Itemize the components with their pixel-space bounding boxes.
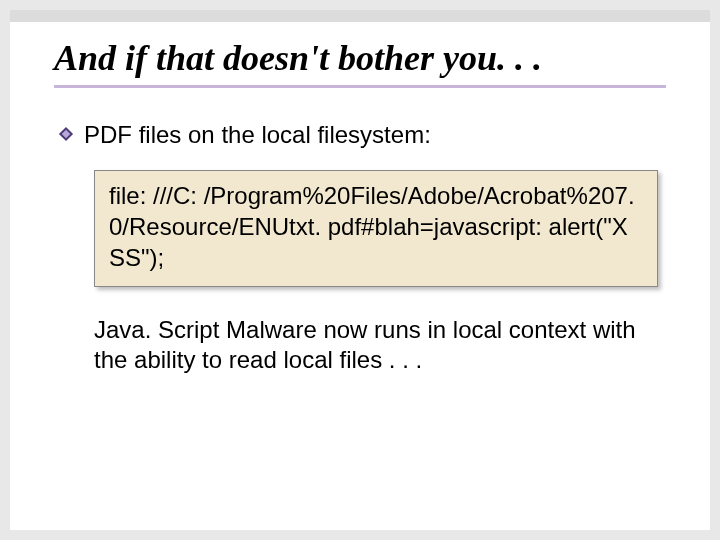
code-block: file: ///C: /Program%20Files/Adobe/Acrob… <box>94 170 658 286</box>
bullet-item: PDF files on the local filesystem: <box>58 120 666 150</box>
diamond-bullet-icon <box>58 126 74 146</box>
bullet-text: PDF files on the local filesystem: <box>84 120 431 150</box>
slide-content: PDF files on the local filesystem: file:… <box>54 94 666 376</box>
slide-title: And if that doesn't bother you. . . <box>54 38 666 79</box>
top-shadow <box>10 10 710 22</box>
sub-text: Java. Script Malware now runs in local c… <box>94 315 658 376</box>
title-underline <box>54 85 666 88</box>
slide: And if that doesn't bother you. . . PDF … <box>10 10 710 530</box>
